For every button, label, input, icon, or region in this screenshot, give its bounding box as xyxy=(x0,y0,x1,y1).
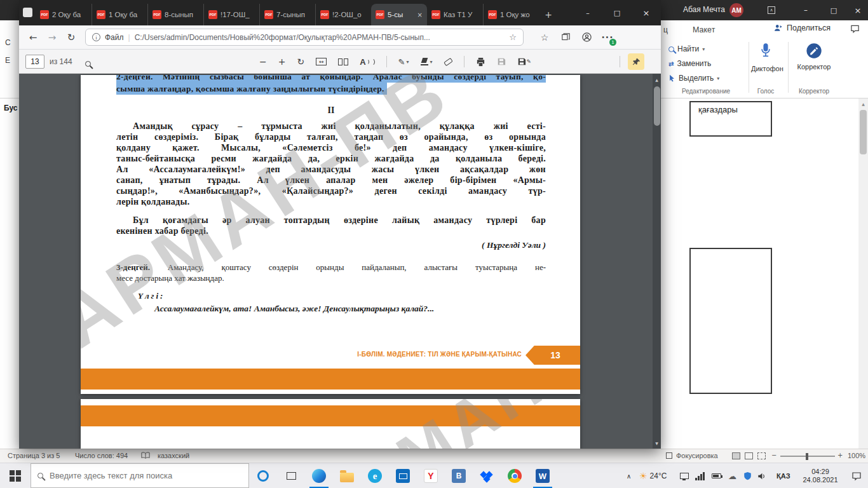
browser-tab[interactable]: 8-сынып xyxy=(147,4,203,25)
dictate-button[interactable]: Диктофон xyxy=(751,42,780,72)
settings-menu-icon[interactable]: 1 xyxy=(598,25,617,49)
refresh-icon[interactable] xyxy=(62,25,80,49)
word-user-avatar[interactable]: АМ xyxy=(729,3,743,17)
taskbar-app-mail[interactable] xyxy=(390,463,416,488)
tab-close-icon[interactable] xyxy=(417,11,423,18)
notification-center-button[interactable] xyxy=(851,463,862,488)
browser-tab[interactable]: 7-сынып xyxy=(259,4,315,25)
taskbar-app-dropbox[interactable] xyxy=(474,463,499,488)
zoom-in-icon[interactable] xyxy=(837,452,843,459)
add-favorite-icon[interactable] xyxy=(509,32,517,42)
editor-button[interactable]: Корректор xyxy=(793,42,835,71)
taskbar-app-word[interactable]: W xyxy=(530,463,555,488)
tray-clock[interactable]: 04:29 24.08.2021 xyxy=(798,463,843,488)
find-button[interactable]: Найти xyxy=(668,44,705,53)
new-tab-button[interactable] xyxy=(539,4,558,25)
proofing-icon[interactable] xyxy=(141,452,150,459)
highlight-icon[interactable] xyxy=(421,58,433,65)
scroll-down-icon[interactable] xyxy=(653,438,661,447)
tab-actions-icon[interactable] xyxy=(23,8,32,17)
replace-button[interactable]: ⇄ Заменить xyxy=(668,59,711,68)
doc-table-cell[interactable]: қағаздары xyxy=(689,101,772,137)
ribbon-tab-fragment[interactable]: ц xyxy=(663,25,668,34)
edge-minimize-button[interactable] xyxy=(573,0,602,25)
browser-tab[interactable]: !17-ОШ_ xyxy=(203,4,259,25)
status-language[interactable]: казахский xyxy=(158,452,189,459)
taskbar-app-file-explorer[interactable] xyxy=(334,463,360,488)
scroll-up-icon[interactable] xyxy=(858,100,868,107)
tray-keyboard-language[interactable]: ҚАЗ xyxy=(776,463,790,488)
scroll-up-icon[interactable] xyxy=(653,75,661,84)
zoom-in-icon[interactable] xyxy=(278,57,286,67)
pdf-scroll-thumb[interactable] xyxy=(654,86,660,126)
edge-close-button[interactable] xyxy=(632,0,661,25)
taskbar-search[interactable] xyxy=(31,463,249,488)
select-button[interactable]: Выделить xyxy=(668,74,719,83)
rotate-icon[interactable] xyxy=(297,57,304,67)
browser-tab[interactable]: 1 Оқу ба xyxy=(92,4,147,25)
browser-tab[interactable]: 2 Оқу ба xyxy=(36,4,92,25)
draw-icon[interactable] xyxy=(398,57,409,67)
fit-to-width-icon[interactable] xyxy=(316,58,327,65)
browser-tab[interactable]: !2-ОШ_о xyxy=(315,4,371,25)
word-user-name[interactable]: Абая Мечта xyxy=(683,5,725,14)
pin-toolbar-button[interactable] xyxy=(628,53,644,70)
zoom-out-icon[interactable] xyxy=(259,57,267,67)
read-aloud-icon[interactable]: A xyxy=(360,57,374,67)
tray-weather[interactable]: 24°C xyxy=(639,463,667,488)
tray-hidden-icons[interactable] xyxy=(627,463,631,488)
taskbar-app-vk[interactable]: В xyxy=(446,463,471,488)
tray-battery[interactable] xyxy=(712,463,721,488)
erase-icon[interactable] xyxy=(444,60,452,64)
taskbar-app-edge[interactable] xyxy=(306,463,332,488)
task-view-button[interactable] xyxy=(278,463,304,488)
tray-display[interactable] xyxy=(680,463,689,488)
info-icon[interactable] xyxy=(92,33,100,41)
browser-tab-active[interactable]: 5-сы xyxy=(371,4,427,25)
save-as-icon[interactable] xyxy=(517,57,532,66)
favorites-icon[interactable] xyxy=(535,25,554,49)
page-view-icon[interactable] xyxy=(338,58,348,65)
collections-icon[interactable] xyxy=(556,25,575,49)
view-read-mode-icon[interactable] xyxy=(732,452,740,459)
url-field[interactable]: Файл | C:/Users/admin/Documents/Новый%20… xyxy=(85,29,524,46)
search-input[interactable] xyxy=(50,471,227,480)
browser-tab[interactable]: 1 Оқу жо xyxy=(483,4,539,25)
pdf-scrollbar[interactable] xyxy=(653,74,661,449)
taskbar-app-browser[interactable]: e xyxy=(362,463,388,488)
start-button[interactable] xyxy=(0,463,31,488)
browser-tab[interactable]: Каз Т1 У xyxy=(427,4,483,25)
view-print-layout-icon[interactable] xyxy=(745,452,753,459)
comments-icon[interactable] xyxy=(850,24,860,34)
pdf-viewport[interactable]: 2-деңгей. Мәтіннің сызбасы бойынша ат қо… xyxy=(19,74,661,449)
pdf-search-icon[interactable] xyxy=(85,61,91,67)
word-minimize-button[interactable] xyxy=(793,0,818,20)
tray-network[interactable] xyxy=(695,463,705,488)
print-icon[interactable] xyxy=(476,57,485,67)
ribbon-tab-layout[interactable]: Макет xyxy=(693,25,715,34)
word-close-button[interactable] xyxy=(848,0,868,20)
tray-defender[interactable] xyxy=(743,463,752,488)
status-focus[interactable]: Фокусировка xyxy=(676,452,718,459)
forward-icon[interactable] xyxy=(43,25,61,49)
zoom-slider[interactable] xyxy=(780,456,835,457)
zoom-slider-thumb[interactable] xyxy=(806,453,808,460)
save-icon[interactable] xyxy=(497,57,506,66)
zoom-out-icon[interactable] xyxy=(771,452,776,459)
status-word-count[interactable]: Число слов: 494 xyxy=(75,452,128,459)
tray-onedrive[interactable] xyxy=(728,463,736,488)
word-scrollbar[interactable] xyxy=(858,98,868,449)
doc-table-cell[interactable] xyxy=(689,248,772,394)
share-button[interactable]: Поделиться xyxy=(774,24,831,32)
ribbon-display-options-icon[interactable]: ∧ xyxy=(768,6,775,14)
page-number-input[interactable]: 13 xyxy=(25,55,44,69)
status-page[interactable]: Страница 3 из 5 xyxy=(8,452,60,459)
cortana-button[interactable] xyxy=(250,463,276,488)
profile-icon[interactable] xyxy=(577,25,596,49)
taskbar-app-yandex[interactable]: Y xyxy=(418,463,444,488)
edge-maximize-button[interactable] xyxy=(602,0,632,25)
tray-volume[interactable] xyxy=(757,463,766,488)
view-web-layout-icon[interactable] xyxy=(757,452,766,459)
taskbar-app-chrome[interactable] xyxy=(502,463,527,488)
status-zoom[interactable]: 100% xyxy=(848,452,865,459)
